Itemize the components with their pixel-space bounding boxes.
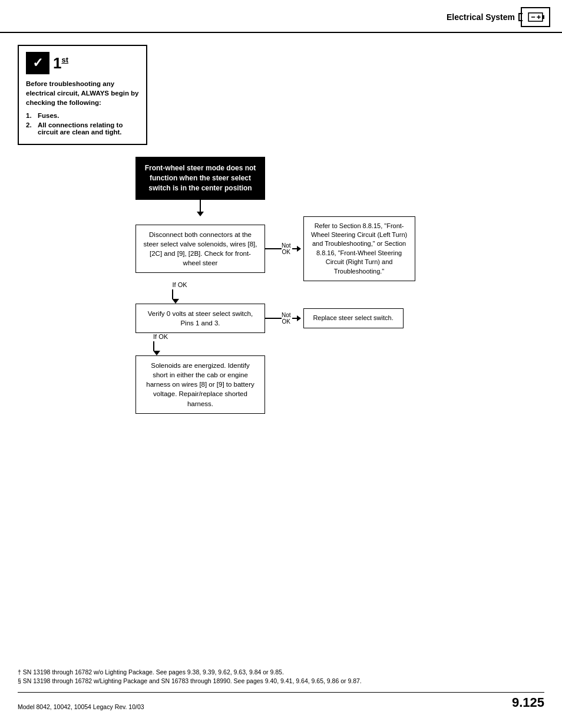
start-box: Front-wheel steer mode does not function… (135, 157, 265, 199)
footer-bottom: Model 8042, 10042, 10054 Legacy Rev. 10/… (18, 692, 544, 710)
step1-right-box: Refer to Section 8.8.15, "Front-Wheel St… (303, 216, 415, 281)
step2-box: Verify 0 volts at steer select switch, P… (135, 304, 265, 333)
arrow-right-1 (297, 246, 301, 252)
not-ok-1-label: Not OK (282, 242, 291, 255)
arrow-start-to-step1 (197, 200, 204, 216)
page-container: Electrical System ✓ 1 (0, 0, 562, 728)
flowchart-start: Front-wheel steer mode does not function… (135, 157, 265, 216)
footer-model: Model 8042, 10042, 10054 Legacy Rev. 10/… (18, 703, 144, 710)
check-list-item-2: 2. All connections relating to circuit a… (26, 121, 139, 136)
step3-box: Solenoids are energized. Identify short … (135, 355, 265, 413)
step2-h-connector: Not OK Replace steer select switch. (265, 308, 404, 328)
check-list-item-1: 1. Fuses. (26, 112, 139, 119)
first-ordinal: 1st (53, 54, 68, 73)
step2-right-box: Replace steer select switch. (303, 308, 404, 328)
step2-center: Verify 0 volts at steer select switch, P… (135, 304, 265, 333)
header: Electrical System (0, 0, 562, 33)
battery-icon (521, 7, 550, 27)
footer-note-1: † SN 13198 through 16782 w/o Lighting Pa… (18, 668, 544, 677)
first-check-box: ✓ 1st Before troubleshooting any electri… (18, 45, 147, 145)
flowchart: Front-wheel steer mode does not function… (53, 157, 544, 413)
page-title: Electrical System (447, 12, 515, 22)
step1-row: Disconnect both connectors at the steer … (135, 216, 415, 281)
check-list: 1. Fuses. 2. All connections relating to… (26, 112, 139, 136)
precaution-text: Before troubleshooting any electrical ci… (26, 79, 139, 107)
footer-page: 9.125 (512, 695, 544, 710)
arrow-right-2 (297, 315, 301, 321)
arrow-step1-ifok: If OK (172, 281, 187, 304)
footer: † SN 13198 through 16782 w/o Lighting Pa… (18, 668, 544, 711)
main-content: ✓ 1st Before troubleshooting any electri… (0, 33, 562, 426)
svg-rect-1 (543, 15, 544, 19)
step2-row: Verify 0 volts at steer select switch, P… (135, 304, 404, 333)
footer-note-2: § SN 13198 through 16782 w/Lighting Pack… (18, 677, 544, 686)
step1-center: Disconnect both connectors at the steer … (135, 225, 265, 273)
not-ok-2-label: Not OK (282, 312, 291, 325)
step1-h-connector: Not OK Refer to Section 8.8.15, "Front-W… (265, 216, 415, 281)
step1-box: Disconnect both connectors at the steer … (135, 225, 265, 273)
ifok-2: If OK (153, 333, 168, 355)
footer-notes: † SN 13198 through 16782 w/o Lighting Pa… (18, 668, 544, 687)
step3-row: Solenoids are energized. Identify short … (135, 355, 265, 413)
first-badge: ✓ 1st (26, 52, 139, 74)
checkmark-symbol: ✓ (26, 52, 49, 74)
